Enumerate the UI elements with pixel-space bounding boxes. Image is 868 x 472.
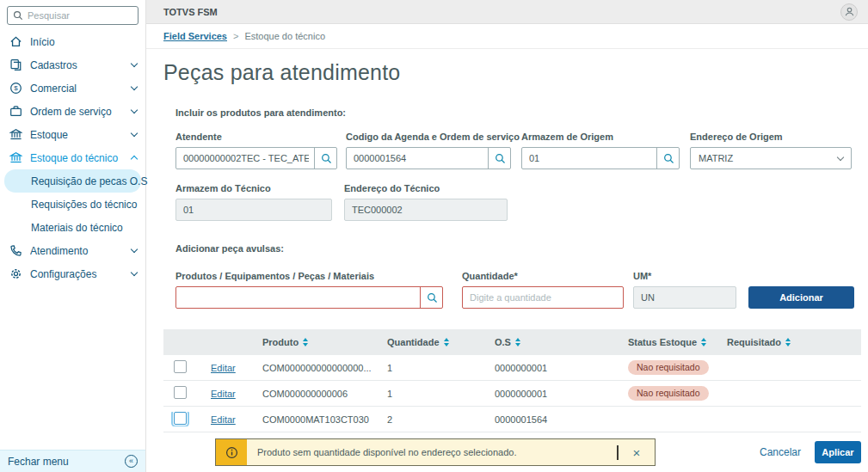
sidebar: Início Cadastros $ Comercial Ordem de se… — [0, 0, 146, 472]
table-row: Editar COM000000000006 1 0000000001 Nao … — [163, 381, 861, 407]
armazem-origem-lookup — [521, 147, 680, 169]
produto-cell: COM000000000000000... — [262, 363, 387, 373]
status-badge: Nao requisitado — [628, 360, 709, 376]
os-cell: 0000000001 — [495, 389, 628, 399]
sidebar-item-label: Atendimento — [30, 245, 124, 257]
row-checkbox[interactable] — [174, 412, 187, 425]
sidebar-item-estoque[interactable]: Estoque — [0, 123, 145, 146]
sidebar-item-ordem-de-servico[interactable]: Ordem de serviço — [0, 100, 145, 123]
include-products-form: Atendente Codigo da Agenda e Ordem de se… — [175, 132, 861, 221]
sidebar-item-label: Ordem de serviço — [30, 106, 124, 118]
sort-icon[interactable] — [444, 338, 449, 346]
edit-link[interactable]: Editar — [211, 414, 236, 425]
armazem-tecnico-input — [175, 199, 332, 221]
main-area: TOTVS FSM Field Services > Estoque do té… — [146, 0, 868, 472]
produto-cell: COM000000000006 — [262, 389, 387, 399]
produtos-input[interactable] — [175, 286, 443, 309]
armazem-origem-label: Armazem de Origem — [521, 132, 680, 142]
produtos-label: Produtos / Equipamentos / Peças / Materi… — [175, 271, 443, 281]
home-icon — [9, 35, 22, 48]
edit-link[interactable]: Editar — [211, 363, 236, 373]
page-title: Peças para atendimento — [163, 60, 861, 85]
row-checkbox[interactable] — [174, 360, 187, 373]
sidebar-item-atendimento[interactable]: Atendimento — [0, 239, 145, 262]
app-title: TOTVS FSM — [163, 7, 218, 17]
sidebar-item-label: Início — [30, 36, 137, 48]
atendente-input[interactable] — [175, 147, 337, 169]
adicionar-button[interactable]: Adicionar — [748, 286, 854, 309]
agenda-lookup — [346, 147, 511, 169]
sort-icon[interactable] — [785, 338, 791, 346]
search-icon — [321, 153, 332, 164]
atendente-lookup — [175, 147, 337, 169]
sidebar-item-label: Estoque — [30, 129, 124, 141]
endereco-origem-label: Endereço de Origem — [690, 132, 852, 142]
info-icon — [216, 439, 247, 465]
edit-link[interactable]: Editar — [211, 389, 236, 399]
endereco-origem-select[interactable]: MATRIZ — [690, 147, 852, 169]
um-input — [633, 286, 736, 309]
cancel-button[interactable]: Cancelar — [760, 446, 801, 458]
sidebar-item-comercial[interactable]: $ Comercial — [0, 77, 145, 100]
sort-icon[interactable] — [701, 338, 706, 346]
apply-button[interactable]: Aplicar — [815, 441, 861, 463]
avulsa-heading: Adicionar peça avulsas: — [175, 243, 861, 254]
sidebar-item-label: Cadastros — [30, 59, 124, 71]
quantidade-cell: 1 — [387, 389, 495, 399]
table-row: Editar COM0000MAT103CT030 2 0000001564 — [163, 407, 861, 432]
breadcrumb-link-field-services[interactable]: Field Services — [163, 31, 227, 41]
sort-icon[interactable] — [303, 338, 308, 346]
sidebar-item-label: Estoque do técnico — [30, 152, 124, 164]
table-header-row: Produto Quantidade O.S Status Estoque Re… — [163, 329, 861, 355]
sidebar-item-estoque-do-tecnico[interactable]: Estoque do técnico — [0, 146, 145, 169]
header-os: O.S — [495, 337, 628, 347]
chevron-down-icon — [131, 60, 138, 67]
os-cell: 0000001564 — [495, 414, 628, 425]
documents-icon — [9, 58, 22, 71]
produtos-search-button[interactable] — [420, 286, 443, 309]
gear-icon — [9, 267, 22, 280]
agenda-search-button[interactable] — [488, 147, 511, 169]
atendente-search-button[interactable] — [314, 147, 337, 169]
chevron-down-icon — [837, 154, 844, 161]
toast-message: Produto sem quantidade disponível no end… — [247, 447, 617, 457]
quantidade-cell: 2 — [387, 414, 495, 425]
include-products-heading: Incluir os produtos para atendimento: — [175, 107, 861, 118]
sidebar-subitem-label: Requisições do técnico — [31, 199, 137, 211]
chevron-down-icon — [131, 246, 138, 253]
row-checkbox[interactable] — [174, 386, 187, 399]
chevron-down-icon — [131, 269, 138, 276]
collapse-menu-label: Fechar menu — [8, 456, 69, 468]
breadcrumb-separator: > — [233, 31, 238, 41]
search-icon — [663, 153, 674, 164]
sidebar-item-materiais-do-tecnico[interactable]: Materiais do técnico — [0, 216, 145, 239]
agenda-label: Codigo da Agenda e Ordem de serviço — [346, 132, 511, 142]
user-avatar[interactable] — [840, 3, 858, 21]
table-row: Editar COM000000000000000... 1 000000000… — [163, 355, 861, 381]
sidebar-item-configuracoes[interactable]: Configurações — [0, 262, 145, 285]
phone-icon — [9, 244, 22, 257]
sidebar-search-input[interactable] — [28, 10, 132, 21]
header-produto: Produto — [262, 337, 387, 347]
sidebar-item-requisicoes-do-tecnico[interactable]: Requisições do técnico — [0, 193, 145, 216]
search-icon — [13, 10, 23, 21]
sidebar-item-label: Configurações — [30, 268, 124, 280]
sort-icon[interactable] — [515, 338, 520, 346]
header-quantidade: Quantidade — [387, 337, 495, 347]
sidebar-item-requisicao-de-pecas-os[interactable]: Requisição de pecas O.S — [4, 169, 141, 193]
sidebar-subitem-label: Materiais do técnico — [31, 222, 123, 234]
chevron-down-icon — [131, 83, 138, 90]
sidebar-search[interactable] — [7, 6, 139, 25]
sidebar-item-inicio[interactable]: Início — [0, 30, 145, 53]
os-cell: 0000000001 — [495, 363, 628, 373]
agenda-input[interactable] — [346, 147, 511, 169]
topbar: TOTVS FSM — [146, 0, 868, 24]
sidebar-item-cadastros[interactable]: Cadastros — [0, 53, 145, 77]
close-icon[interactable]: × — [619, 445, 655, 460]
briefcase-icon — [9, 105, 22, 118]
quantidade-input[interactable] — [462, 286, 624, 309]
armazem-origem-search-button[interactable] — [656, 147, 680, 169]
collapse-menu-button[interactable]: Fechar menu « — [0, 450, 145, 472]
bank-icon — [9, 151, 22, 164]
endereco-tecnico-label: Endereço do Técnico — [344, 183, 508, 193]
